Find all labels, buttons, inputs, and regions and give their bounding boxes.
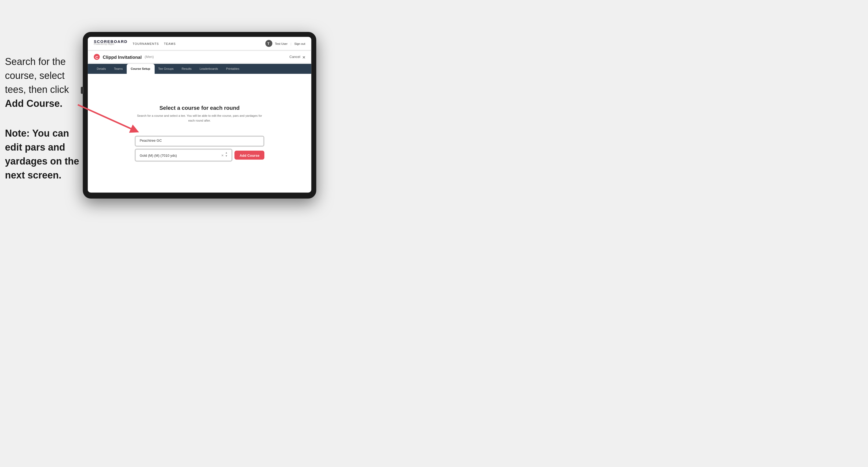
- content-title: Select a course for each round: [135, 105, 265, 111]
- note-text-4: next screen.: [5, 169, 84, 183]
- note-text-3: yardages on the: [5, 155, 84, 169]
- main-content: Select a course for each round Search fo…: [88, 74, 311, 192]
- instruction-bold: Add Course.: [5, 97, 84, 111]
- note-text-1: Note: You can: [5, 127, 84, 141]
- clear-tee-button[interactable]: ×: [221, 153, 224, 158]
- instruction-text-3: tees, then click: [5, 83, 84, 97]
- tab-details[interactable]: Details: [93, 64, 110, 74]
- tab-results[interactable]: Results: [178, 64, 196, 74]
- user-avatar: T: [265, 40, 272, 47]
- course-search-input[interactable]: [135, 135, 265, 147]
- sign-out-link[interactable]: Sign out: [294, 41, 305, 45]
- stepper-down-icon[interactable]: ▼: [225, 155, 227, 158]
- instruction-text-2: course, select: [5, 69, 84, 83]
- tournament-gender: (Men): [145, 55, 154, 59]
- tab-tee-groups[interactable]: Tee Groups: [154, 64, 178, 74]
- note-text-2: edit pars and: [5, 141, 84, 155]
- logo: SCOREBOARD Powered by clippd: [94, 40, 127, 47]
- tournament-title: Clippd Invitational: [103, 55, 142, 60]
- tab-printables[interactable]: Printables: [222, 64, 243, 74]
- tab-course-setup[interactable]: Course Setup: [127, 64, 154, 74]
- tee-select[interactable]: Gold (M) (M) (7010 yds) × ▲ ▼: [135, 149, 233, 161]
- add-course-button[interactable]: Add Course: [235, 151, 265, 159]
- instruction-text-1: Search for the: [5, 55, 84, 69]
- cancel-button[interactable]: Cancel ✕: [289, 55, 305, 60]
- tee-select-value: Gold (M) (M) (7010 yds): [140, 153, 177, 157]
- top-nav: SCOREBOARD Powered by clippd TOURNAMENTS…: [88, 37, 311, 51]
- nav-pipe: |: [290, 41, 291, 45]
- tab-leaderboards[interactable]: Leaderboards: [196, 64, 222, 74]
- nav-link-teams[interactable]: TEAMS: [164, 41, 176, 45]
- nav-link-tournaments[interactable]: TOURNAMENTS: [132, 41, 159, 45]
- tournament-icon: C: [94, 54, 100, 60]
- tab-teams[interactable]: Teams: [110, 64, 127, 74]
- user-label: Test User: [275, 41, 287, 45]
- content-description: Search for a course and select a tee. Yo…: [135, 114, 265, 123]
- tabs-bar: Details Teams Course Setup Tee Groups Re…: [88, 64, 311, 74]
- tournament-header: C Clippd Invitational (Men) Cancel ✕: [88, 51, 311, 64]
